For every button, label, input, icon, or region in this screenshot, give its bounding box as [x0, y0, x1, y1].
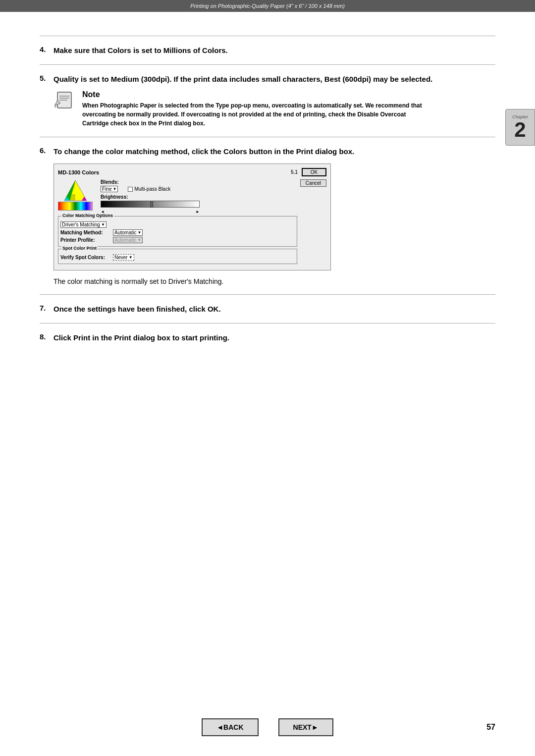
dialog-title: MD-1300 Colors — [58, 169, 99, 175]
blends-area: Blends: Fine ▼ Multi-pass Black Brigh — [101, 179, 297, 214]
fine-label: Fine — [102, 186, 111, 192]
step5-text: Quality is set to Medium (300dpi). If th… — [54, 74, 432, 84]
spot-color-group: Spot Color Print Verify Spot Colors: Nev… — [58, 249, 297, 264]
rule-before-step7 — [40, 294, 495, 295]
printer-profile-label: Printer Profile: — [60, 237, 110, 243]
caption-text: The color matching is normally set to Dr… — [54, 277, 495, 285]
slider-handle[interactable] — [150, 202, 153, 208]
step4: 4. Make sure that Colors is set to Milli… — [40, 45, 495, 55]
color-dialog: MD-1300 Colors 5.1 OK — [54, 163, 331, 270]
never-label: Never — [114, 255, 128, 260]
nav-buttons: ◄BACK NEXT► — [192, 718, 344, 736]
note-title: Note — [82, 90, 429, 99]
tick-right: ► — [196, 210, 200, 214]
blends-label: Blends: — [101, 179, 297, 185]
note-box: Note When Photographic Paper is selected… — [54, 90, 495, 128]
dropdown-arrow-never: ▼ — [129, 255, 133, 260]
spot-color-label: Spot Color Print — [61, 246, 98, 251]
brightness-label: Brightness: — [101, 194, 297, 200]
note-text: When Photographic Paper is selected from… — [82, 101, 429, 128]
rule-before-step8 — [40, 323, 495, 324]
step6: 6. To change the color matching method, … — [40, 146, 495, 157]
rule-before-step4 — [40, 36, 495, 36]
step4-number: 4. — [40, 45, 54, 55]
step7: 7. Once the settings have been finished,… — [40, 304, 495, 314]
rainbow-bar — [58, 202, 93, 211]
step8-number: 8. — [40, 332, 54, 343]
automatic-dropdown[interactable]: Automatic ▼ — [113, 229, 143, 236]
rule-before-step6 — [40, 137, 495, 137]
automatic2-label: Automatic — [114, 237, 136, 243]
step6-number: 6. — [40, 146, 54, 157]
step6-text: To change the color matching method, cli… — [54, 146, 354, 157]
never-dropdown[interactable]: Never ▼ — [113, 254, 134, 261]
matching-method-row: Matching Method: Automatic ▼ — [60, 229, 295, 236]
dialog-cancel-btn[interactable]: Cancel — [300, 179, 326, 187]
multipass-checkbox-area: Multi-pass Black — [128, 186, 170, 192]
step7-number: 7. — [40, 304, 54, 314]
note-icon — [54, 90, 78, 111]
dialog-right: Cancel — [300, 179, 326, 266]
dropdown-arrow-auto2: ▼ — [137, 238, 141, 242]
note-svg-icon — [54, 90, 76, 110]
color-matching-group: Color Matching Options Driver's Matching… — [58, 216, 297, 247]
rule-before-step5 — [40, 64, 495, 65]
brightness-slider[interactable] — [101, 201, 200, 208]
automatic2-dropdown[interactable]: Automatic ▼ — [113, 237, 143, 243]
step8-text: Click Print in the Print dialog box to s… — [54, 332, 229, 343]
dialog-titlebar: MD-1300 Colors 5.1 OK — [58, 168, 326, 176]
svg-marker-5 — [54, 106, 56, 108]
slider-ticks: ◄ ► — [101, 210, 200, 214]
drivers-matching-dropdown[interactable]: Driver's Matching ▼ — [60, 221, 107, 228]
page-number: 57 — [481, 723, 495, 732]
matching-method-label: Matching Method: — [60, 230, 110, 235]
dropdown-arrow-auto: ▼ — [137, 230, 141, 235]
automatic-label: Automatic — [114, 230, 136, 235]
step5-number: 5. — [40, 74, 54, 84]
header-text: Printing on Photographic-Quality Paper (… — [190, 3, 345, 9]
dialog-left: Blends: Fine ▼ Multi-pass Black Brigh — [58, 179, 297, 266]
note-content: Note When Photographic Paper is selected… — [82, 90, 429, 128]
multipass-label: Multi-pass Black — [134, 186, 170, 192]
verify-spot-label: Verify Spot Colors: — [60, 255, 110, 260]
dialog-body: Blends: Fine ▼ Multi-pass Black Brigh — [58, 179, 326, 266]
dialog-ok-btn[interactable]: OK — [302, 168, 326, 176]
color-triangle-icon — [62, 179, 89, 202]
next-button[interactable]: NEXT► — [278, 718, 333, 736]
verify-spot-row: Verify Spot Colors: Never ▼ — [60, 254, 295, 261]
printer-profile-row: Printer Profile: Automatic ▼ — [60, 237, 295, 243]
color-matching-label: Color Matching Options — [61, 213, 114, 218]
step8: 8. Click Print in the Print dialog box t… — [40, 332, 495, 343]
dropdown-arrow-drivers: ▼ — [101, 222, 105, 227]
step7-text: Once the settings have been finished, cl… — [54, 304, 221, 314]
page-footer: ◄BACK NEXT► 57 — [0, 718, 535, 736]
color-options-row: Driver's Matching ▼ — [60, 221, 295, 228]
main-content: 4. Make sure that Colors is set to Milli… — [0, 12, 535, 362]
dropdown-arrow-fine: ▼ — [112, 187, 116, 191]
back-button[interactable]: ◄BACK — [202, 718, 258, 736]
step4-text: Make sure that Colors is set to Millions… — [54, 45, 228, 55]
step5: 5. Quality is set to Medium (300dpi). If… — [40, 74, 495, 84]
dialog-version: 5.1 — [99, 169, 298, 175]
multipass-checkbox[interactable] — [128, 187, 133, 192]
drivers-matching-label: Driver's Matching — [62, 222, 100, 227]
fine-dropdown[interactable]: Fine ▼ — [101, 186, 118, 192]
header-bar: Printing on Photographic-Quality Paper (… — [0, 0, 535, 12]
